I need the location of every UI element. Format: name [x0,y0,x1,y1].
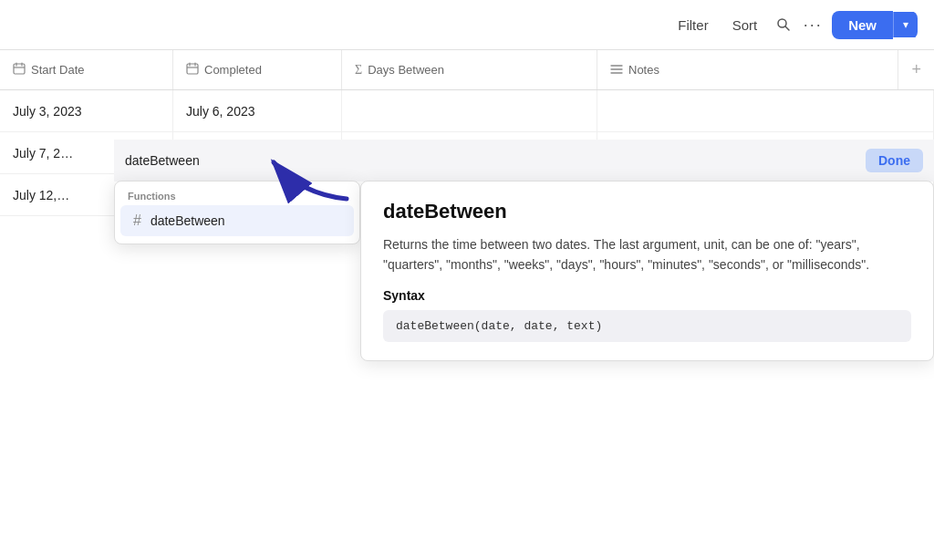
cell-completed-1[interactable]: July 6, 2023 [173,90,342,131]
filter-button[interactable]: Filter [670,14,715,36]
add-column-button[interactable]: + [898,60,934,79]
col-header-days-between[interactable]: Σ Days Between [342,50,597,89]
formula-bar: Done [114,140,934,181]
function-detail-panel: dateBetween Returns the time between two… [360,181,934,361]
svg-rect-2 [14,64,25,74]
list-icon [610,63,623,78]
function-syntax-label: Syntax [383,288,911,303]
col-header-days-between-label: Days Between [368,63,444,77]
cell-start-date-1[interactable]: July 3, 2023 [0,90,173,131]
dropdown-popup: Functions # dateBetween [114,181,360,244]
function-syntax-code: dateBetween(date, date, text) [383,310,911,342]
new-dropdown-arrow[interactable]: ▾ [893,12,918,37]
col-header-completed[interactable]: Completed [173,50,342,89]
sort-button[interactable]: Sort [725,14,765,36]
svg-line-1 [785,26,789,30]
col-header-notes-label: Notes [628,63,659,77]
svg-rect-6 [187,64,198,74]
cell-notes-1[interactable] [597,90,934,131]
col-header-start-date[interactable]: Start Date [0,50,173,89]
calendar-icon-completed [186,62,199,78]
new-button-group: New ▾ [832,11,918,39]
sigma-icon: Σ [355,63,362,78]
cell-days-1[interactable] [342,90,597,131]
dropdown-item-dateBetween[interactable]: # dateBetween [120,205,354,236]
table-header: Start Date Completed Σ Days Between Note… [0,50,934,90]
dropdown-section-label: Functions [115,181,359,205]
hash-icon: # [133,213,141,229]
search-icon[interactable] [773,15,794,35]
function-title: dateBetween [383,200,911,223]
col-header-start-date-label: Start Date [31,63,85,77]
table-row: July 3, 2023 July 6, 2023 [0,90,934,132]
more-options-icon[interactable]: ··· [803,15,823,35]
dropdown-item-label: dateBetween [150,213,225,228]
new-button[interactable]: New [832,11,893,39]
col-header-notes[interactable]: Notes [597,50,898,89]
formula-input[interactable] [125,153,866,168]
col-header-completed-label: Completed [204,63,262,77]
toolbar: Filter Sort ··· New ▾ [0,0,934,50]
calendar-icon-start [13,62,26,78]
function-description: Returns the time between two dates. The … [383,234,911,275]
done-button[interactable]: Done [866,149,923,172]
